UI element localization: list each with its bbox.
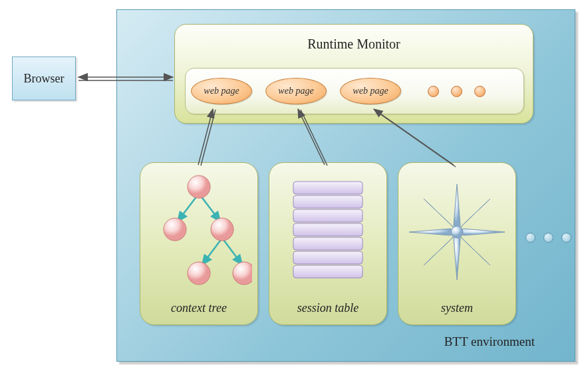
sections-ellipsis	[525, 233, 571, 243]
svg-line-3	[222, 238, 242, 265]
ellipsis-dot	[561, 233, 571, 243]
svg-rect-11	[293, 209, 363, 222]
svg-marker-20	[424, 199, 457, 232]
webpage-label: web page	[353, 86, 388, 96]
svg-marker-19	[457, 229, 505, 235]
system-star-icon	[404, 172, 510, 292]
svg-rect-9	[293, 182, 363, 194]
runtime-monitor-box: Runtime Monitor web page web page web pa…	[174, 24, 533, 124]
svg-marker-16	[454, 184, 460, 232]
svg-rect-13	[293, 237, 363, 250]
svg-marker-18	[409, 229, 457, 235]
ellipsis-dot	[428, 86, 439, 97]
context-tree-icon	[146, 168, 252, 295]
svg-point-24	[451, 226, 463, 238]
system-box: system	[398, 162, 516, 325]
svg-rect-15	[293, 265, 363, 278]
webpage-node: web page	[340, 78, 401, 104]
svg-point-5	[164, 218, 186, 241]
svg-point-8	[233, 262, 252, 285]
webpage-row: web page web page web page	[185, 68, 524, 114]
svg-rect-14	[293, 251, 363, 264]
ellipsis-dot	[543, 233, 553, 243]
session-table-icon	[281, 175, 374, 295]
webpage-label: web page	[204, 86, 239, 96]
svg-point-6	[211, 218, 233, 241]
svg-point-7	[188, 262, 210, 285]
svg-marker-23	[457, 232, 490, 265]
webpage-node: web page	[191, 78, 252, 104]
runtime-monitor-title: Runtime Monitor	[307, 37, 400, 52]
session-table-box: session table	[269, 162, 387, 325]
browser-box: Browser	[12, 57, 76, 100]
ellipsis-dot	[525, 233, 535, 243]
system-label: system	[441, 301, 473, 315]
webpage-label: web page	[278, 86, 313, 96]
ellipsis-dot	[474, 86, 486, 97]
ellipsis-dot	[451, 86, 462, 97]
svg-marker-17	[454, 232, 460, 280]
svg-line-2	[202, 238, 222, 265]
context-tree-box: context tree	[140, 162, 258, 325]
svg-point-4	[188, 176, 210, 198]
svg-rect-10	[293, 195, 363, 208]
context-tree-label: context tree	[171, 301, 227, 315]
btt-environment-label: BTT environment	[444, 334, 535, 349]
svg-rect-12	[293, 223, 363, 236]
svg-marker-22	[424, 232, 457, 265]
webpage-ellipsis	[428, 86, 486, 97]
browser-label: Browser	[24, 72, 65, 86]
svg-marker-21	[457, 199, 490, 232]
webpage-node: web page	[265, 78, 327, 104]
session-table-label: session table	[297, 301, 359, 315]
